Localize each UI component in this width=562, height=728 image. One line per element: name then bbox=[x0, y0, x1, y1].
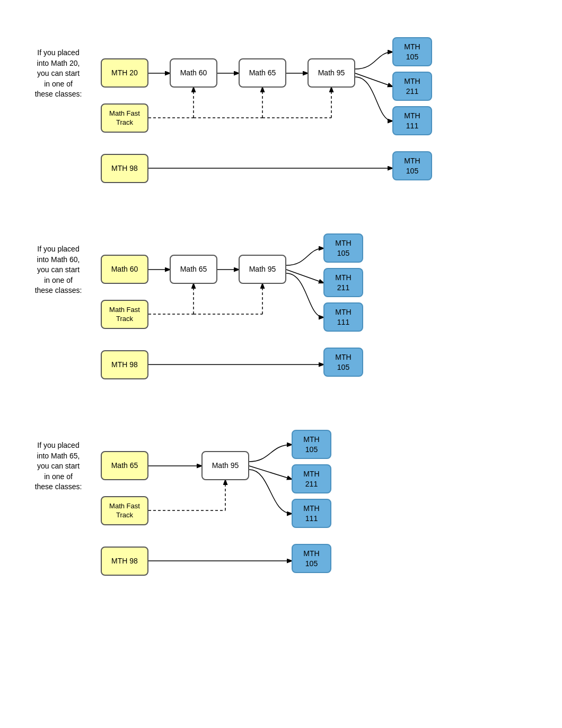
section-math60: If you placedinto Math 60,you can starti… bbox=[21, 228, 541, 393]
node-math95b: Math 95 bbox=[239, 255, 286, 284]
node-fasttrack1: Math FastTrack bbox=[101, 103, 148, 133]
node-mth98c: MTH 98 bbox=[101, 547, 148, 576]
section-math65: If you placedinto Math 65,you can starti… bbox=[21, 424, 541, 589]
node-mth211c: MTH 211 bbox=[292, 464, 331, 493]
node-mth105c2: MTH105 bbox=[292, 544, 331, 573]
node-mth98a: MTH 98 bbox=[101, 154, 148, 183]
node-mth105c1: MTH105 bbox=[292, 430, 331, 459]
node-math65a: Math 65 bbox=[239, 58, 286, 88]
node-math65b: Math 65 bbox=[170, 255, 217, 284]
node-math95a: Math 95 bbox=[308, 58, 355, 88]
node-mth111b: MTH 111 bbox=[323, 302, 363, 332]
diagram-container: If you placedinto Math 20,you can starti… bbox=[0, 0, 562, 653]
section-math20: If you placedinto Math 20,you can starti… bbox=[21, 32, 541, 196]
node-mth105a2: MTH105 bbox=[392, 151, 432, 180]
node-math95c: Math 95 bbox=[201, 451, 249, 480]
node-mth20: MTH 20 bbox=[101, 58, 148, 88]
node-mth111c: MTH 111 bbox=[292, 499, 331, 528]
svg-line-3 bbox=[355, 73, 392, 86]
node-mth111a: MTH 111 bbox=[392, 106, 432, 135]
section3-flow: Math 65 Math 95 Math FastTrack MTH 98 MT… bbox=[95, 424, 541, 589]
node-mth105b2: MTH105 bbox=[323, 348, 363, 377]
svg-line-20 bbox=[249, 466, 292, 479]
section2-label: If you placedinto Math 60,you can starti… bbox=[21, 228, 95, 296]
node-fasttrack3: Math FastTrack bbox=[101, 496, 148, 525]
section1-label: If you placedinto Math 20,you can starti… bbox=[21, 32, 95, 100]
node-math60a: Math 60 bbox=[170, 58, 217, 88]
node-mth105a1: MTH105 bbox=[392, 37, 432, 66]
section3-label: If you placedinto Math 65,you can starti… bbox=[21, 424, 95, 492]
node-mth211b: MTH 211 bbox=[323, 268, 363, 297]
section2-flow: Math 60 Math 65 Math 95 Math FastTrack M… bbox=[95, 228, 541, 393]
node-mth211a: MTH 211 bbox=[392, 72, 432, 101]
node-math60b: Math 60 bbox=[101, 255, 148, 284]
node-mth98b: MTH 98 bbox=[101, 350, 148, 379]
node-mth105b1: MTH105 bbox=[323, 233, 363, 263]
node-math65c: Math 65 bbox=[101, 451, 148, 480]
section1-flow: MTH 20 Math 60 Math 65 Math 95 Math Fast… bbox=[95, 32, 541, 196]
node-fasttrack2: Math FastTrack bbox=[101, 300, 148, 329]
svg-line-13 bbox=[286, 270, 323, 283]
